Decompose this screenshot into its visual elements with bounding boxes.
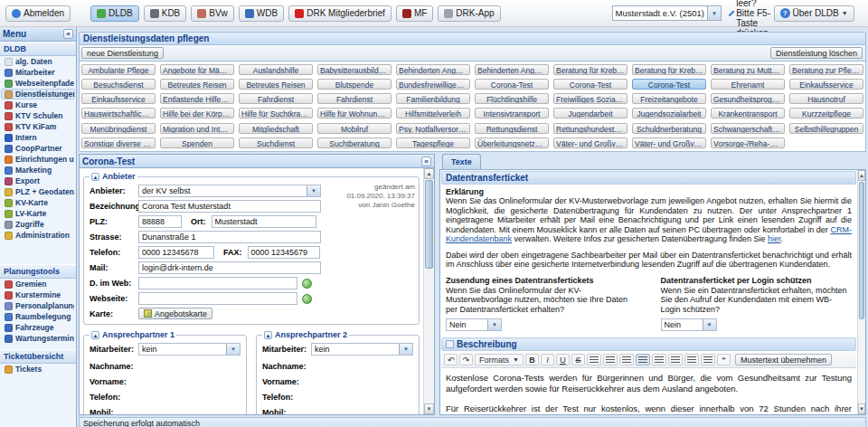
service-button-betreutes-reisen[interactable]: Betreutes Reisen — [239, 79, 313, 90]
sidebar-item-plz-geodaten[interactable]: PLZ + Geodaten — [1, 186, 75, 197]
blockquote-icon[interactable]: “ — [717, 354, 731, 365]
service-button-menübringdienst[interactable]: Menübringdienst — [81, 123, 156, 134]
service-button-väter-und-großvätera[interactable]: Väter- und Großvätera... — [632, 138, 706, 148]
sidebar-section-dldb[interactable]: DLDB — [0, 42, 76, 56]
globe-icon[interactable] — [302, 279, 312, 289]
service-button-corona-test[interactable]: Corona-Test — [553, 79, 627, 90]
numbered-list-icon[interactable] — [668, 354, 683, 365]
service-button-selbsthilfegruppen[interactable]: Selbsthilfegruppen — [789, 123, 863, 134]
service-button-betreutes-reisen[interactable]: Betreutes Reisen — [160, 79, 234, 90]
sidebar-item-intern[interactable]: Intern — [1, 132, 75, 143]
mitarbeiter-select[interactable]: kein▼ — [311, 343, 413, 356]
sidebar-item-administration[interactable]: Administration — [1, 230, 75, 241]
app-button-dldb[interactable]: DLDB — [90, 5, 139, 22]
webseite-field[interactable] — [138, 292, 297, 305]
service-button-hauswirtschaftliche-hil[interactable]: Hauswirtschaftliche Hil... — [81, 108, 156, 119]
sidebar-item-tickets[interactable]: Tickets — [1, 364, 75, 375]
align-left-icon[interactable] — [587, 354, 601, 365]
service-button-intensivtransport[interactable]: Intensivtransport — [475, 108, 549, 119]
sidebar-item-lv-karte[interactable]: LV-Karte — [1, 208, 75, 219]
underline-icon[interactable]: U — [556, 354, 570, 365]
service-button-hausnotruf[interactable]: Hausnotruf — [789, 93, 863, 104]
align-center-icon[interactable] — [603, 354, 618, 365]
service-button-hilfsmittelverleih[interactable]: Hilfsmittelverleih — [396, 108, 470, 119]
service-button-freiwilliges-soziales-jahr[interactable]: Freiwilliges Soziales Jahr — [553, 93, 627, 104]
sidebar-item-kurstermine[interactable]: Kurstermine — [1, 289, 75, 300]
strikethrough-icon[interactable]: S — [571, 354, 585, 365]
sidebar-item-alg-daten[interactable]: alg. Daten — [1, 56, 75, 67]
service-button-entlastende-hilfen-für[interactable]: Entlastende Hilfen für ... — [160, 93, 234, 104]
sidebar-item-dienstleistungen[interactable]: Dienstleistungen — [1, 89, 75, 100]
sidebar-item-export[interactable]: Export — [1, 176, 75, 186]
bullet-list-icon[interactable] — [652, 354, 666, 365]
scrollbar-thumb[interactable] — [859, 182, 864, 319]
service-button-einkaufsservice[interactable]: Einkaufsservice — [81, 93, 156, 104]
sidebar-item-cooppartner[interactable]: CoopPartner — [1, 143, 75, 154]
fax-field[interactable]: 0000 12345679 — [248, 246, 320, 259]
dimweb-field[interactable] — [138, 277, 297, 289]
app-button-bvw[interactable]: BVw — [191, 5, 234, 22]
globe-icon[interactable] — [302, 294, 312, 304]
sidebar-item-gremien[interactable]: Gremien — [1, 279, 75, 289]
indent-icon[interactable] — [701, 354, 715, 365]
formats-dropdown[interactable]: Formats▼ — [475, 354, 524, 365]
service-button-hilfe-für-suchtkranke[interactable]: Hilfe für Suchtkranke — [239, 108, 313, 119]
sidebar-item-marketing[interactable]: Marketing — [1, 165, 75, 176]
scroll-up-icon[interactable]: ▲ — [858, 170, 865, 181]
plz-field[interactable]: 88888 — [138, 215, 182, 228]
service-button-schwangerschaftsbera[interactable]: Schwangerschaftsbera... — [711, 123, 785, 134]
service-button-bundesfreiwilligendienst[interactable]: Bundesfreiwilligendienst — [396, 79, 470, 90]
service-button-spenden[interactable]: Spenden — [160, 138, 234, 148]
align-right-icon[interactable] — [619, 354, 634, 365]
service-button-krankentransport[interactable]: Krankentransport — [711, 108, 785, 119]
bold-icon[interactable]: B — [525, 354, 539, 365]
description-editor[interactable]: Kostenlose Corona-Tests werden für Bürge… — [440, 368, 857, 414]
scroll-down-icon[interactable]: ▼ — [424, 403, 434, 414]
sidebar-item-wartungstermine[interactable]: Wartungstermine — [1, 333, 75, 344]
service-button-beratung-zur-pflegever[interactable]: Beratung zur Pflegever... — [789, 64, 863, 75]
ort-field[interactable]: Musterstadt — [212, 215, 316, 228]
service-button-auslandshilfe[interactable]: Auslandshilfe — [239, 64, 313, 75]
service-button-hilfe-bei-der-körperpfl[interactable]: Hilfe bei der Körperpfl... — [160, 108, 234, 119]
service-button-hilfe-für-wohnungslose[interactable]: Hilfe für Wohnungslose — [317, 108, 392, 119]
service-button-suchdienst[interactable]: Suchdienst — [239, 138, 313, 148]
angebotskarte-button[interactable]: Angebotskarte — [138, 308, 212, 319]
logout-button[interactable]: Abmelden — [5, 5, 71, 22]
redo-icon[interactable]: ↷ — [459, 354, 473, 365]
app-button-drk-mitgliederbrief[interactable]: DRK Mitgliederbrief — [288, 5, 392, 22]
sidebar-item-ktv-kifam[interactable]: KTV KiFam — [1, 121, 75, 132]
app-button-mf[interactable]: MF — [396, 5, 433, 22]
service-button-väter-und-großvätera[interactable]: Väter- und Großvätera... — [553, 138, 627, 148]
service-button-ehrenamt[interactable]: Ehrenamt — [711, 79, 785, 90]
about-dldb-button[interactable]: ? Über DLDB ▼ — [774, 5, 854, 22]
service-button-psy-notfallversorgung[interactable]: Psy. Notfallversorgung... — [396, 123, 470, 134]
right-panel-scrollbar[interactable]: ▲ ▼ — [857, 170, 865, 414]
scrollbar-thumb[interactable] — [425, 180, 433, 269]
service-button-jugendsozialarbeit[interactable]: Jugendsozialarbeit — [632, 108, 706, 119]
service-button-schuldnerberatung[interactable]: Schuldnerberatung — [632, 123, 706, 134]
service-button-tagespflege[interactable]: Tagespflege — [396, 138, 470, 148]
service-button-überleitungsnetzwerk[interactable]: Überleitungsnetzwerk ... — [475, 138, 549, 148]
sidebar-section-ticketübersicht[interactable]: Ticketübersicht — [0, 349, 76, 364]
bezeichnung-field[interactable]: Corona Test Musterstadt — [138, 200, 321, 213]
app-button-wdb[interactable]: WDB — [239, 5, 284, 22]
service-button-freizeitangebote[interactable]: Freizeitangebote — [632, 93, 706, 104]
mustertext-button[interactable]: Mustertext übernehmen — [735, 354, 832, 365]
service-button-mitgliedschaft[interactable]: Mitgliedschaft — [239, 123, 313, 134]
sidebar-item-kv-karte[interactable]: KV-Karte — [1, 197, 75, 208]
service-button-beratung-für-krebskra[interactable]: Beratung für Krebskra... — [632, 64, 706, 75]
login-schutz-select[interactable]: Nein ▼ — [661, 318, 717, 331]
collapse-beschreibung-icon[interactable] — [446, 340, 454, 348]
service-button-blutspende[interactable]: Blutspende — [317, 79, 392, 90]
scroll-down-icon[interactable]: ▼ — [858, 403, 865, 414]
service-button-angebote-für-mädchen[interactable]: Angebote für Mädchen — [160, 64, 234, 75]
telefon-field[interactable]: 0000 12345678 — [138, 246, 214, 259]
collapse-sidebar-icon[interactable]: « — [63, 29, 73, 39]
service-button-migration-und-integrat[interactable]: Migration und Integrat... — [160, 123, 234, 134]
service-button-rettungshundestaffel[interactable]: Rettungshundestaffel — [553, 123, 627, 134]
service-button-gesundheitsprogramme[interactable]: Gesundheitsprogramme — [711, 93, 785, 104]
sidebar-item-kurse[interactable]: Kurse — [1, 100, 75, 110]
service-button-fahrdienst[interactable]: Fahrdienst — [317, 93, 392, 104]
collapse-fieldset-icon[interactable]: ▴ — [91, 331, 99, 339]
align-justify-icon[interactable] — [636, 354, 650, 365]
